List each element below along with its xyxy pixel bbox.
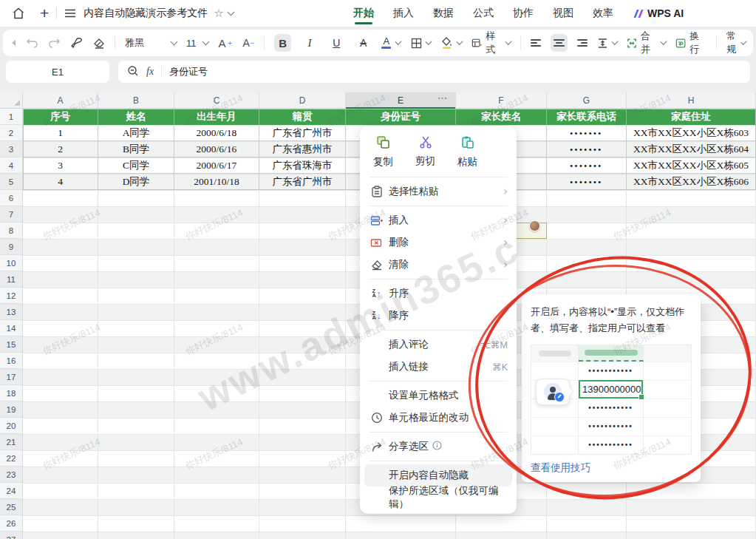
row-header-3[interactable]: 3 <box>0 141 22 157</box>
row-header-4[interactable]: 4 <box>0 157 22 174</box>
copy-button[interactable]: 复制 <box>373 135 393 169</box>
cell-B2[interactable]: A同学 <box>98 125 174 141</box>
vertical-align-icon[interactable] <box>597 38 608 49</box>
undo-icon[interactable] <box>26 38 38 49</box>
menu-item-delete[interactable]: 删除› <box>360 231 517 254</box>
wrap-text-button[interactable]: 换行 <box>675 30 706 56</box>
row-header-22[interactable]: 22 <box>0 450 22 467</box>
decrease-font-icon[interactable]: A− <box>242 37 254 49</box>
cell-H5[interactable]: XX市XX区XX小区X栋606 <box>627 174 756 190</box>
cell-D2[interactable]: 广东省广州市 <box>259 125 346 141</box>
chevron-down-icon[interactable] <box>227 9 234 16</box>
cell-D4[interactable]: 广东省珠海市 <box>259 157 346 174</box>
col-header-E[interactable]: E⋯ <box>346 92 456 108</box>
menu-item-cell-history[interactable]: 单元格最近的改动 <box>360 407 517 429</box>
borders-dropdown-icon[interactable] <box>425 38 432 45</box>
cell-B3[interactable]: B同学 <box>98 141 174 157</box>
row-header-27[interactable]: 27 <box>0 532 22 539</box>
col-header-F[interactable]: F <box>456 92 547 108</box>
cell-C2[interactable]: 2000/6/18 <box>174 125 259 141</box>
cell-C5[interactable]: 2001/10/18 <box>174 174 259 190</box>
cell-B1[interactable]: 姓名 <box>98 109 174 125</box>
cell-G3[interactable]: ••••••• <box>547 141 627 157</box>
menu-item-sort-desc[interactable]: ZA↓降序 <box>360 305 517 327</box>
zoom-search-icon[interactable] <box>127 65 139 79</box>
new-tab-button[interactable]: + <box>40 4 49 22</box>
row-header-19[interactable]: 19 <box>0 401 22 418</box>
cell-A5[interactable]: 4 <box>23 174 98 190</box>
borders-icon[interactable] <box>411 38 422 49</box>
tab-2[interactable]: 插入 <box>393 0 414 27</box>
menu-item-insert-comment[interactable]: 插入评论⌥⌘M <box>360 333 517 356</box>
usage-tips-link[interactable]: 查看使用技巧 <box>531 461 692 475</box>
cell-G2[interactable]: ••••••• <box>547 125 627 141</box>
row-header-1[interactable]: 1 <box>0 109 22 125</box>
cell-H1[interactable]: 家庭住址 <box>627 109 756 125</box>
menu-item-format-cells[interactable]: 设置单元格格式 <box>360 384 517 407</box>
cell-B4[interactable]: C同学 <box>98 157 174 174</box>
row-header-14[interactable]: 14 <box>0 320 22 336</box>
cell-D1[interactable]: 籍贯 <box>259 109 346 125</box>
cell-G5[interactable]: ••••••• <box>547 174 627 190</box>
align-left-icon[interactable] <box>531 39 540 47</box>
font-color-dropdown-icon[interactable] <box>395 38 402 45</box>
row-header-9[interactable]: 9 <box>0 239 22 255</box>
cell-C1[interactable]: 出生年月 <box>174 109 259 125</box>
tab-7[interactable]: 效率 <box>593 0 613 27</box>
cell-A3[interactable]: 2 <box>23 141 98 157</box>
row-header-5[interactable]: 5 <box>0 174 22 190</box>
cell-E1[interactable]: 身份证号 <box>346 109 456 125</box>
col-header-A[interactable]: A <box>23 92 98 108</box>
font-name-select[interactable]: 雅黑 <box>125 36 177 50</box>
cell-H2[interactable]: XX市XX区XX小区X栋603 <box>627 125 756 141</box>
row-header-24[interactable]: 24 <box>0 483 22 499</box>
row-header-7[interactable]: 7 <box>0 206 22 223</box>
tab-4[interactable]: 公式 <box>473 0 494 27</box>
paste-button[interactable]: 粘贴 <box>457 135 477 169</box>
tab-1[interactable]: 开始 <box>353 0 374 27</box>
cell-F1[interactable]: 家长姓名 <box>456 109 547 125</box>
formula-bar[interactable]: fx 身份证号 <box>118 61 750 83</box>
menu-item-share-selection[interactable]: 分享选区 <box>360 435 517 458</box>
col-header-D[interactable]: D <box>259 92 346 108</box>
menu-item-clear[interactable]: 清除› <box>360 254 517 276</box>
row-header-18[interactable]: 18 <box>0 385 22 401</box>
tab-wps-ai[interactable]: WPS AI <box>633 7 684 19</box>
cell-G4[interactable]: ••••••• <box>547 157 627 174</box>
cell-D5[interactable]: 广东省广州市 <box>259 174 346 190</box>
col-header-B[interactable]: B <box>98 92 174 108</box>
menu-item-auto-hide[interactable]: 开启内容自动隐藏 <box>364 464 512 487</box>
row-header-12[interactable]: 12 <box>0 288 22 304</box>
font-size-select[interactable]: 11 <box>186 38 209 49</box>
col-header-G[interactable]: G <box>547 92 627 108</box>
align-right-icon[interactable] <box>577 39 587 47</box>
strikethrough-button[interactable]: A <box>355 34 372 52</box>
row-header-23[interactable]: 23 <box>0 467 22 483</box>
row-header-8[interactable]: 8 <box>0 223 22 239</box>
col-header-C[interactable]: C <box>174 92 259 108</box>
fill-color-icon[interactable] <box>440 37 453 49</box>
menu-item-insert[interactable]: 插入› <box>360 209 517 231</box>
row-header-16[interactable]: 16 <box>0 353 22 369</box>
fill-color-dropdown-icon[interactable] <box>457 38 463 45</box>
row-header-13[interactable]: 13 <box>0 304 22 320</box>
row-header-2[interactable]: 2 <box>0 125 22 141</box>
menu-icon[interactable] <box>64 8 76 18</box>
italic-button[interactable]: I <box>301 34 318 52</box>
menu-item-sort-asc[interactable]: ZA↑升序 <box>360 282 517 305</box>
cell-A2[interactable]: 1 <box>23 125 98 141</box>
tab-3[interactable]: 数据 <box>433 0 454 27</box>
menu-item-paste-special[interactable]: 选择性粘贴› <box>360 180 517 203</box>
home-icon[interactable] <box>12 7 25 20</box>
tab-6[interactable]: 视图 <box>553 0 573 27</box>
collapse-toolbar-icon[interactable] <box>10 39 16 47</box>
menu-item-protect-range[interactable]: 保护所选区域（仅我可编辑） <box>360 487 517 509</box>
row-header-25[interactable]: 25 <box>0 499 22 515</box>
cell-styles-button[interactable]: 样式 <box>471 30 511 56</box>
clear-format-icon[interactable] <box>92 38 105 49</box>
cell-A4[interactable]: 3 <box>23 157 98 174</box>
cell-C3[interactable]: 2000/6/16 <box>174 141 259 157</box>
format-painter-icon[interactable] <box>70 37 83 49</box>
redo-icon[interactable] <box>48 38 61 49</box>
cut-button[interactable]: 剪切 <box>415 135 435 169</box>
